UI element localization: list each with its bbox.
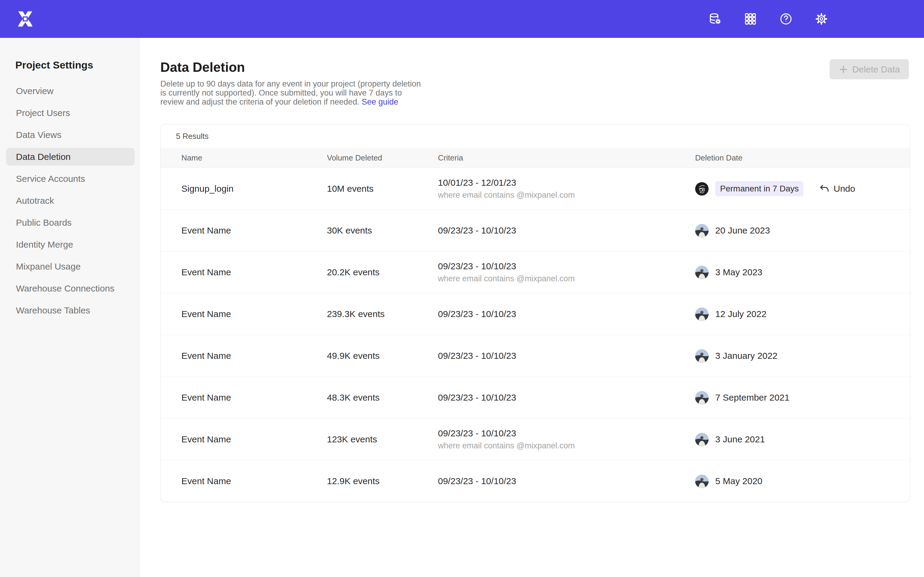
criteria-range: 09/23/23 - 10/10/23 [438, 309, 516, 319]
settings-icon[interactable] [814, 12, 828, 26]
sidebar-item-overview[interactable]: Overview [6, 82, 135, 100]
deletion-date-text: 3 May 2023 [715, 267, 762, 277]
cell-event-name: Event Name [161, 226, 327, 235]
column-header-deletion-date: Deletion Date [695, 153, 910, 163]
cell-volume-deleted: 30K events [327, 226, 438, 235]
deletion-table-card: 5 Results NameVolume DeletedCriteriaDele… [160, 124, 910, 502]
deletion-date-text: 5 May 2020 [715, 476, 762, 486]
table-row: Event Name 123K events 09/23/23 - 10/10/… [161, 418, 910, 460]
user-avatar [695, 266, 709, 279]
sidebar-item-identity-merge[interactable]: Identity Merge [6, 235, 135, 253]
cell-volume-deleted: 48.3K events [327, 392, 438, 403]
cell-event-name: Event Name [161, 351, 327, 361]
column-header-volume-deleted: Volume Deleted [327, 153, 438, 163]
see-guide-link[interactable]: See guide [362, 97, 398, 106]
table-row: Event Name 239.3K events 09/23/23 - 10/1… [161, 293, 910, 335]
cell-deletion-date: 12 July 2022 [695, 308, 910, 321]
page-description: Delete up to 90 days data for any event … [160, 79, 423, 106]
cell-volume-deleted: 49.9K events [327, 351, 438, 361]
page-title: Data Deletion [160, 60, 245, 75]
sidebar-item-data-deletion[interactable]: Data Deletion [6, 148, 135, 166]
criteria-range: 09/23/23 - 10/10/23 [438, 428, 575, 438]
criteria-range: 10/01/23 - 12/01/23 [438, 177, 575, 188]
table-row: Event Name 48.3K events 09/23/23 - 10/10… [161, 377, 910, 418]
table-row: Signup_login 10M events 10/01/23 - 12/01… [161, 168, 910, 210]
cell-volume-deleted: 123K events [327, 434, 438, 445]
sidebar-item-public-boards[interactable]: Public Boards [6, 214, 135, 231]
cell-criteria: 09/23/23 - 10/10/23 [438, 226, 695, 235]
topbar [0, 0, 924, 38]
cell-criteria: 09/23/23 - 10/10/23 [438, 392, 695, 403]
cell-event-name: Event Name [161, 434, 327, 445]
column-header-criteria: Criteria [438, 153, 695, 163]
cell-criteria: 09/23/23 - 10/10/23 [438, 351, 695, 361]
deletion-date-text: 20 June 2023 [715, 226, 770, 235]
sidebar-item-mixpanel-usage[interactable]: Mixpanel Usage [6, 258, 135, 275]
cell-deletion-date: 3 June 2021 [695, 433, 910, 446]
cell-deletion-date: 20 June 2023 [695, 224, 910, 237]
cell-event-name: Signup_login [161, 184, 327, 194]
table-header-row: NameVolume DeletedCriteriaDeletion Date [161, 148, 910, 168]
undo-button[interactable]: Undo [819, 183, 855, 194]
cell-event-name: Event Name [161, 476, 327, 486]
data-management-icon[interactable] [708, 12, 722, 26]
table-body: Signup_login 10M events 10/01/23 - 12/01… [161, 168, 910, 502]
sidebar-nav-list: OverviewProject UsersData ViewsData Dele… [0, 82, 139, 319]
undo-icon [819, 183, 830, 194]
criteria-range: 09/23/23 - 10/10/23 [438, 351, 516, 361]
cell-deletion-date: Permanent in 7 Days Undo [695, 181, 910, 196]
user-avatar [695, 308, 709, 321]
criteria-filter: where email contains @mixpanel.com [438, 190, 575, 200]
criteria-range: 09/23/23 - 10/10/23 [438, 476, 516, 486]
user-avatar [695, 391, 709, 405]
table-row: Event Name 12.9K events 09/23/23 - 10/10… [161, 460, 910, 502]
permanent-badge: Permanent in 7 Days [715, 181, 803, 196]
cell-deletion-date: 5 May 2020 [695, 474, 910, 488]
sidebar-item-warehouse-connections[interactable]: Warehouse Connections [6, 279, 135, 297]
table-row: Event Name 20.2K events 09/23/23 - 10/10… [161, 251, 910, 293]
criteria-range: 09/23/23 - 10/10/23 [438, 392, 516, 403]
deletion-date-text: 12 July 2022 [715, 309, 766, 319]
sidebar-item-service-accounts[interactable]: Service Accounts [6, 170, 135, 187]
cell-criteria: 09/23/23 - 10/10/23 where email contains… [438, 261, 695, 284]
mixpanel-logo-icon[interactable] [17, 11, 34, 27]
cell-criteria: 09/23/23 - 10/10/23 [438, 476, 695, 486]
help-icon[interactable] [779, 12, 793, 26]
criteria-filter: where email contains @mixpanel.com [438, 441, 575, 450]
user-avatar [695, 474, 709, 488]
cell-event-name: Event Name [161, 392, 327, 403]
topbar-icon-group [708, 0, 828, 38]
table-row: Event Name 30K events 09/23/23 - 10/10/2… [161, 210, 910, 251]
sidebar-item-autotrack[interactable]: Autotrack [6, 192, 135, 210]
cell-volume-deleted: 10M events [327, 184, 438, 194]
cell-deletion-date: 7 September 2021 [695, 391, 910, 405]
cell-event-name: Event Name [161, 309, 327, 319]
cell-volume-deleted: 20.2K events [327, 267, 438, 277]
cell-criteria: 09/23/23 - 10/10/23 where email contains… [438, 428, 695, 450]
main-content: Data Deletion Delete up to 90 days data … [140, 38, 924, 577]
user-avatar [695, 349, 709, 363]
sidebar-item-warehouse-tables[interactable]: Warehouse Tables [6, 301, 135, 319]
user-avatar [695, 224, 709, 237]
cell-volume-deleted: 239.3K events [327, 309, 438, 319]
delete-data-button[interactable]: Delete Data [830, 59, 909, 79]
sidebar-title: Project Settings [0, 59, 139, 71]
deletion-date-text: 7 September 2021 [715, 392, 790, 403]
cell-deletion-date: 3 May 2023 [695, 266, 910, 279]
deletion-date-text: 3 June 2021 [715, 434, 765, 445]
sidebar-item-project-users[interactable]: Project Users [6, 104, 135, 122]
sidebar: Project Settings OverviewProject UsersDa… [0, 38, 140, 577]
plus-icon [838, 64, 848, 74]
cell-criteria: 09/23/23 - 10/10/23 [438, 309, 695, 319]
results-count: 5 Results [161, 124, 910, 148]
cell-event-name: Event Name [161, 267, 327, 277]
sidebar-item-data-views[interactable]: Data Views [6, 126, 135, 143]
cell-criteria: 10/01/23 - 12/01/23 where email contains… [438, 177, 695, 200]
cell-deletion-date: 3 January 2022 [695, 349, 910, 363]
user-avatar [695, 182, 709, 196]
criteria-filter: where email contains @mixpanel.com [438, 274, 575, 284]
cell-volume-deleted: 12.9K events [327, 476, 438, 486]
table-row: Event Name 49.9K events 09/23/23 - 10/10… [161, 335, 910, 377]
apps-grid-icon[interactable] [743, 12, 758, 26]
criteria-range: 09/23/23 - 10/10/23 [438, 261, 575, 271]
